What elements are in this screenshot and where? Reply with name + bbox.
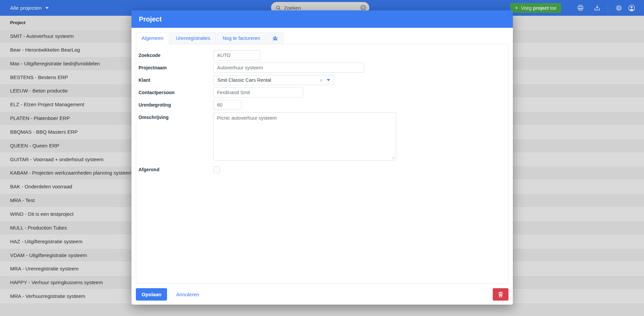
select-caret-icon[interactable] — [327, 79, 330, 81]
tab-urenregistraties[interactable]: Urenregistraties — [170, 33, 216, 44]
dialog-footer: Opslaan Annuleren — [136, 284, 508, 305]
dialog-body: Algemeen Urenregistraties Nog te facture… — [131, 28, 513, 305]
contactpersoon-field[interactable] — [213, 87, 303, 98]
contactpersoon-label: Contactpersoon — [139, 87, 213, 98]
tab-debug[interactable] — [267, 33, 283, 44]
tab-strip: Algemeen Urenregistraties Nog te facture… — [136, 32, 508, 44]
tab-nog-te-factureren[interactable]: Nog te factureren — [217, 33, 266, 44]
klant-selected-value: Smit Classic Cars Rental — [217, 77, 320, 83]
form-row-contactpersoon: Contactpersoon — [139, 87, 508, 98]
form-row-urenbegroting: Urenbegroting — [139, 100, 508, 110]
form-row-afgerond: Afgerond — [139, 165, 508, 175]
resize-handle[interactable] — [392, 156, 395, 159]
klant-label: Klant — [139, 75, 213, 85]
omschrijving-field[interactable]: Picnic autoverhuur systeem — [213, 112, 396, 161]
clear-selection-icon[interactable]: × — [320, 77, 323, 83]
omschrijving-label: Omschrijving — [139, 112, 213, 162]
afgerond-checkbox[interactable] — [213, 166, 220, 173]
dialog-header: Project — [131, 10, 513, 28]
zoekcode-label: Zoekcode — [139, 50, 213, 60]
omschrijving-wrapper: Picnic autoverhuur systeem — [213, 112, 396, 162]
tab-panel-algemeen: Zoekcode Projectnaam Klant Smit Classic … — [136, 44, 508, 284]
save-button[interactable]: Opslaan — [136, 288, 167, 301]
app-screen: Alle projecten × + Voeg project toe — [0, 0, 644, 316]
projectnaam-label: Projectnaam — [139, 63, 213, 73]
form-row-projectnaam: Projectnaam — [139, 63, 508, 73]
projectnaam-field[interactable] — [213, 63, 364, 73]
klant-select[interactable]: Smit Classic Cars Rental × — [213, 75, 334, 85]
dialog-title: Project — [139, 15, 162, 23]
form-row-zoekcode: Zoekcode — [139, 50, 508, 60]
afgerond-label: Afgerond — [139, 165, 213, 175]
urenbegroting-field[interactable] — [213, 100, 241, 110]
delete-button[interactable] — [493, 288, 508, 301]
urenbegroting-label: Urenbegroting — [139, 100, 213, 110]
form-row-klant: Klant Smit Classic Cars Rental × — [139, 75, 508, 85]
trash-icon — [497, 291, 504, 298]
bug-icon — [272, 35, 278, 42]
cancel-button[interactable]: Annuleren — [176, 292, 199, 297]
tab-algemeen[interactable]: Algemeen — [136, 33, 169, 44]
form-row-omschrijving: Omschrijving Picnic autoverhuur systeem — [139, 112, 508, 162]
zoekcode-field[interactable] — [213, 50, 260, 60]
project-dialog: Project Algemeen Urenregistraties Nog te… — [131, 10, 513, 305]
